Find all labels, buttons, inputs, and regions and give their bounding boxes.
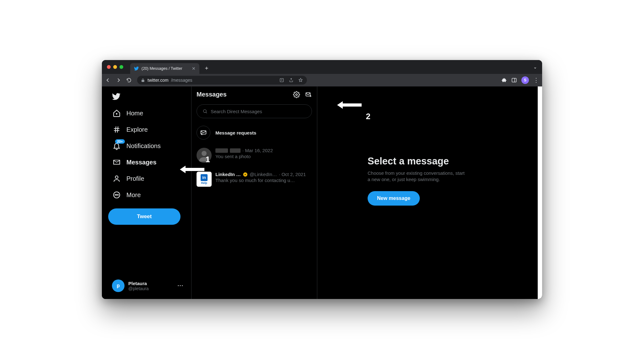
reload-button[interactable] [126, 78, 133, 83]
notifications-badge: 20+ [115, 139, 125, 144]
conversation-row[interactable]: in Help LinkedIn … @LinkedIn… · Oct 2, 2… [192, 167, 317, 191]
conversation-row[interactable]: · Mar 16, 2022 You sent a photo [192, 143, 317, 167]
minimize-window-button[interactable] [113, 65, 117, 69]
account-more-icon[interactable]: ··· [178, 283, 184, 289]
install-icon[interactable] [279, 78, 284, 83]
tweet-button[interactable]: Tweet [108, 208, 180, 225]
messages-column: Messages Search Direct Messages [192, 86, 317, 299]
svg-point-2 [116, 113, 117, 114]
browser-profile-avatar[interactable]: S [521, 76, 529, 84]
back-button[interactable] [105, 77, 111, 83]
message-requests-icon [197, 126, 210, 140]
conversation-date: · Mar 16, 2022 [242, 148, 273, 153]
conversation-avatar [197, 148, 212, 163]
redacted-handle [230, 148, 241, 153]
messages-settings-icon[interactable] [293, 91, 300, 98]
window-controls [107, 65, 123, 69]
verified-badge-icon [243, 172, 248, 177]
empty-state-title: Select a message [368, 156, 468, 167]
nav-notifications[interactable]: 20+ Notifications [108, 138, 187, 154]
nav-label: Notifications [126, 142, 161, 150]
svg-point-12 [202, 151, 207, 156]
search-placeholder: Search Direct Messages [211, 109, 262, 114]
conversation-date: · Oct 2, 2021 [279, 172, 306, 177]
svg-rect-1 [512, 78, 516, 82]
close-window-button[interactable] [107, 65, 111, 69]
svg-point-3 [115, 176, 118, 179]
message-requests-row[interactable]: Message requests [192, 122, 317, 143]
conversation-avatar: in Help [197, 172, 212, 187]
message-requests-label: Message requests [215, 130, 256, 135]
account-name: Pletaura [128, 281, 149, 286]
bookmark-star-icon[interactable] [298, 78, 303, 83]
new-tab-button[interactable]: ＋ [202, 64, 211, 72]
more-circle-icon [113, 191, 121, 199]
browser-tab[interactable]: (20) Messages / Twitter ✕ [130, 63, 199, 74]
nav-label: Profile [126, 175, 144, 182]
url-path: /messages [171, 78, 192, 83]
lock-icon [141, 78, 145, 82]
forward-button[interactable] [116, 77, 122, 83]
nav-label: Home [126, 110, 143, 117]
person-icon [113, 174, 121, 183]
svg-point-10 [203, 110, 206, 113]
messages-search[interactable]: Search Direct Messages [197, 104, 312, 118]
nav-explore[interactable]: Explore [108, 122, 187, 137]
account-switcher[interactable]: p Pletaura @pletaura ··· [108, 276, 187, 295]
primary-nav: Home Explore 20+ Notifications Messages [102, 86, 192, 299]
browser-window: (20) Messages / Twitter ✕ ＋ ⌄ twitter.co… [102, 60, 542, 299]
nav-home[interactable]: Home [108, 105, 187, 121]
close-tab-icon[interactable]: ✕ [192, 66, 196, 71]
linkedin-help-label: Help [201, 181, 207, 185]
twitter-logo-icon[interactable] [108, 89, 124, 104]
share-icon[interactable] [289, 78, 294, 83]
account-avatar: p [112, 279, 125, 292]
browser-toolbar: twitter.com/messages S ⋮ [102, 74, 542, 86]
url-domain: twitter.com [147, 78, 169, 83]
scrollbar-track[interactable] [538, 86, 542, 299]
nav-label: Messages [126, 159, 157, 166]
messages-header: Messages [192, 86, 317, 101]
extensions-icon[interactable] [501, 77, 507, 83]
nav-messages[interactable]: Messages [108, 154, 187, 170]
search-icon [203, 109, 208, 114]
browser-menu-icon[interactable]: ⋮ [533, 77, 539, 84]
home-icon [113, 109, 121, 117]
conversation-preview: Thank you so much for contacting u… [215, 178, 303, 183]
conversation-name: LinkedIn … [215, 172, 241, 177]
account-handle: @pletaura [128, 286, 149, 291]
sidepanel-icon[interactable] [511, 77, 517, 83]
browser-tabbar: (20) Messages / Twitter ✕ ＋ ⌄ [102, 60, 542, 74]
nav-label: More [126, 191, 141, 199]
fullscreen-window-button[interactable] [119, 65, 123, 69]
new-message-icon[interactable] [305, 91, 312, 98]
new-message-button[interactable]: New message [368, 191, 420, 206]
messages-title: Messages [197, 91, 227, 98]
twitter-favicon-icon [134, 66, 139, 71]
tab-title: (20) Messages / Twitter [142, 66, 182, 71]
svg-point-7 [118, 195, 118, 195]
svg-point-6 [116, 195, 117, 195]
tabs-overflow-icon[interactable]: ⌄ [533, 64, 539, 69]
twitter-app: Home Explore 20+ Notifications Messages [102, 86, 542, 299]
linkedin-in-icon: in [201, 174, 208, 181]
svg-point-8 [296, 94, 297, 96]
url-actions [279, 78, 303, 83]
nav-profile[interactable]: Profile [108, 171, 187, 186]
nav-more[interactable]: More [108, 187, 187, 203]
svg-point-5 [115, 195, 116, 195]
hash-icon [113, 125, 121, 134]
nav-label: Explore [126, 126, 148, 133]
conversation-handle: @LinkedIn… [250, 172, 277, 177]
redacted-name [215, 148, 228, 153]
conversation-preview: You sent a photo [215, 154, 273, 159]
empty-state-body: Choose from your existing conversations,… [368, 170, 468, 183]
address-bar[interactable]: twitter.com/messages [137, 76, 307, 85]
envelope-icon [113, 158, 121, 166]
conversation-pane: Select a message Choose from your existi… [317, 86, 542, 299]
